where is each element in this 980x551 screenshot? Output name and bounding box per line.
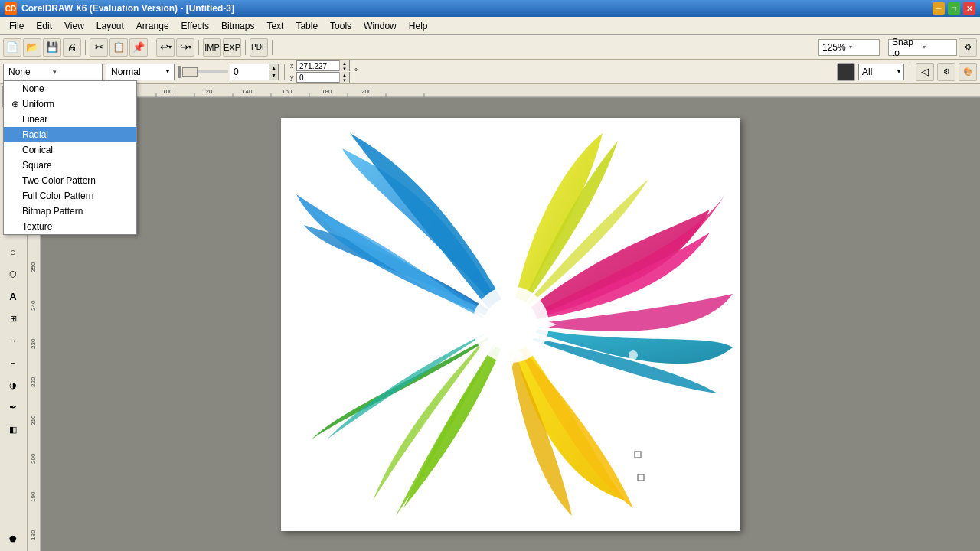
export-btn[interactable]: EXP	[223, 38, 241, 57]
menu-edit[interactable]: Edit	[30, 19, 58, 33]
prev-btn[interactable]: ◁	[916, 63, 934, 81]
fill-option-two-color[interactable]: Two Color Pattern	[4, 173, 136, 188]
x-up[interactable]: ▲	[340, 60, 349, 66]
opacity-value[interactable]	[230, 64, 269, 80]
toolbar: 📄 📂 💾 🖨 ✂ 📋 📌 ↩▾ ↪▾ IMP EXP PDF 125% ▾ S…	[0, 35, 980, 60]
opacity-area: ▲ ▼	[178, 64, 279, 80]
uniform-icon: ⊕	[11, 99, 19, 109]
undo-btn[interactable]: ↩▾	[156, 38, 175, 57]
fill-option-bitmap[interactable]: Bitmap Pattern	[4, 204, 136, 219]
fill-type-dropdown[interactable]: None ▾	[3, 64, 103, 80]
color-prof-btn[interactable]: 🎨	[959, 63, 977, 81]
fill-option-uniform[interactable]: ⊕ Uniform	[4, 96, 136, 112]
blend-tool[interactable]: ◑	[2, 374, 24, 396]
y-up[interactable]: ▲	[340, 72, 349, 77]
menu-layout[interactable]: Layout	[90, 19, 130, 33]
menu-bar: File Edit View Layout Arrange Effects Bi…	[0, 17, 980, 35]
table-tool[interactable]: ⊞	[2, 308, 24, 329]
sep4	[245, 40, 246, 55]
snap-settings-btn[interactable]: ⚙	[959, 38, 977, 57]
opacity-input[interactable]: ▲ ▼	[230, 64, 279, 80]
fill-option-conical[interactable]: Conical	[4, 142, 136, 158]
fill-option-texture[interactable]: Texture	[4, 219, 136, 234]
minimize-btn[interactable]: ─	[933, 2, 945, 15]
fill-option-square[interactable]: Square	[4, 158, 136, 173]
sep-prop1	[284, 64, 285, 80]
svg-text:100: 100	[162, 88, 173, 95]
paste-btn[interactable]: 📌	[129, 38, 148, 57]
dimension-tool[interactable]: ↔	[2, 330, 24, 351]
opacity-up[interactable]: ▲	[269, 64, 278, 72]
close-btn[interactable]: ✕	[963, 2, 975, 15]
fill-option-full-color[interactable]: Full Color Pattern	[4, 188, 136, 204]
opacity-icon	[178, 66, 181, 78]
cut-btn[interactable]: ✂	[90, 38, 108, 57]
menu-arrange[interactable]: Arrange	[130, 19, 175, 33]
x-down[interactable]: ▼	[340, 66, 349, 71]
ellipse-tool[interactable]: ○	[2, 241, 24, 262]
svg-point-37	[484, 344, 492, 351]
svg-point-39	[514, 350, 523, 360]
svg-text:220: 220	[30, 377, 37, 387]
print-btn[interactable]: 🖨	[63, 38, 81, 57]
menu-table[interactable]: Table	[289, 19, 324, 33]
snap-to-dropdown[interactable]: Snap to ▾	[888, 39, 957, 56]
opacity-slider[interactable]	[182, 70, 228, 73]
maximize-btn[interactable]: □	[948, 2, 960, 15]
polygon-tool[interactable]: ⬡	[2, 263, 24, 285]
sep5	[272, 40, 273, 55]
eyedropper-tool[interactable]: ✒	[2, 396, 24, 418]
open-btn[interactable]: 📂	[23, 38, 41, 57]
property-bar: None ▾ None ⊕ Uniform Linear Radial Coni…	[0, 60, 980, 84]
fill-option-radial[interactable]: Radial	[4, 127, 136, 142]
blend-arrow: ▾	[166, 68, 169, 75]
snap-arrow: ▾	[923, 44, 953, 51]
color-swatch-btn[interactable]	[837, 63, 855, 81]
svg-point-40	[531, 341, 537, 347]
menu-window[interactable]: Window	[358, 19, 403, 33]
copy-btn[interactable]: 📋	[109, 38, 128, 57]
save-btn[interactable]: 💾	[43, 38, 61, 57]
fill-option-linear[interactable]: Linear	[4, 112, 136, 127]
import-btn[interactable]: IMP	[203, 38, 221, 57]
color-mgr-btn[interactable]: ⚙	[937, 63, 956, 81]
menu-file[interactable]: File	[3, 19, 30, 33]
menu-text[interactable]: Text	[260, 19, 289, 33]
opacity-down[interactable]: ▼	[269, 72, 278, 80]
svg-text:120: 120	[202, 88, 213, 95]
smart-fill-tool[interactable]: ⬟	[2, 528, 24, 549]
zoom-dropdown[interactable]: 125% ▾	[818, 39, 880, 56]
interactive-fill-tool[interactable]: ◧	[2, 419, 24, 440]
flower-artwork	[281, 118, 740, 531]
all-dropdown[interactable]: All ▾	[858, 64, 904, 80]
text-tool[interactable]: A	[2, 285, 24, 307]
opacity-handle[interactable]	[182, 67, 198, 77]
fill-option-none[interactable]: None	[4, 81, 136, 96]
all-arrow: ▾	[897, 68, 900, 75]
title-bar: CD CorelDRAW X6 (Evaluation Version) - […	[0, 0, 980, 17]
menu-help[interactable]: Help	[403, 19, 434, 33]
y-down[interactable]: ▼	[340, 77, 349, 83]
new-btn[interactable]: 📄	[3, 38, 21, 57]
menu-view[interactable]: View	[58, 19, 90, 33]
blend-mode-dropdown[interactable]: Normal ▾	[106, 64, 175, 80]
menu-effects[interactable]: Effects	[175, 19, 215, 33]
app-icon: CD	[5, 2, 17, 15]
svg-point-38	[500, 356, 506, 362]
sep3	[198, 40, 199, 55]
document-canvas[interactable]	[41, 98, 980, 551]
menu-bitmaps[interactable]: Bitmaps	[215, 19, 260, 33]
svg-text:180: 180	[30, 530, 37, 540]
menu-tools[interactable]: Tools	[324, 19, 358, 33]
y-label: y	[290, 73, 295, 81]
svg-text:200: 200	[30, 453, 37, 464]
ruler-top-svg: 40 60 80 100 120 140 160 180 200	[41, 84, 980, 98]
canvas-area[interactable]: 40 60 80 100 120 140 160 180 200	[28, 84, 980, 551]
sep2	[152, 40, 152, 55]
fill-type-label: None	[8, 67, 53, 77]
redo-btn[interactable]: ↪▾	[176, 38, 194, 57]
publish-btn[interactable]: PDF	[250, 38, 268, 57]
coord-area: x 271.227 ▲ ▼ y 0 ▲ ▼	[290, 60, 350, 83]
sep6	[884, 40, 884, 55]
connector-tool[interactable]: ⌐	[2, 352, 24, 373]
